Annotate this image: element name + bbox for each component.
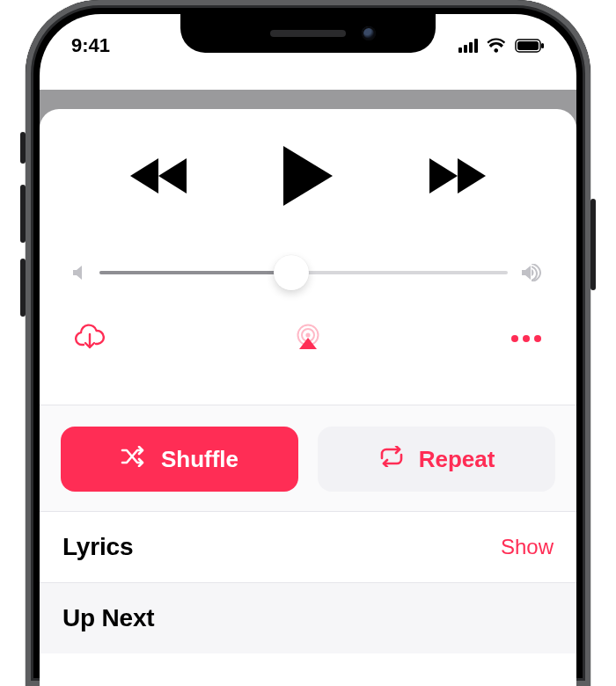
volume-low-icon <box>73 265 85 281</box>
action-row <box>75 324 541 354</box>
repeat-label: Repeat <box>419 446 495 473</box>
fast-forward-button[interactable] <box>428 157 486 195</box>
volume-track[interactable] <box>99 271 508 274</box>
stage: 9:41 <box>0 0 616 686</box>
now-playing-sheet: Shuffle Repeat Lyrics Show U <box>40 109 576 686</box>
lyrics-heading: Lyrics <box>62 533 133 561</box>
svg-rect-2 <box>469 42 473 53</box>
shuffle-icon <box>121 446 147 473</box>
speaker-grille <box>270 30 346 37</box>
lyrics-toggle[interactable]: Show <box>501 535 554 559</box>
more-icon[interactable] <box>511 335 541 342</box>
side-button <box>590 199 596 290</box>
volume-thumb[interactable] <box>274 255 309 290</box>
lyrics-row: Lyrics Show <box>40 511 576 582</box>
wifi-icon <box>487 38 508 54</box>
svg-rect-0 <box>458 47 462 53</box>
svg-rect-6 <box>541 43 544 48</box>
phone-body: 9:41 <box>26 0 590 686</box>
queue-controls: Shuffle Repeat <box>40 405 576 511</box>
battery-icon <box>515 39 545 53</box>
silent-switch <box>20 132 26 164</box>
repeat-button[interactable]: Repeat <box>318 427 555 492</box>
airplay-icon[interactable] <box>294 324 322 354</box>
up-next-heading: Up Next <box>62 604 154 632</box>
repeat-icon <box>378 446 405 473</box>
up-next-row: Up Next <box>40 582 576 653</box>
play-button[interactable] <box>283 146 333 206</box>
svg-rect-5 <box>517 41 539 50</box>
status-indicators <box>458 38 545 54</box>
svg-rect-3 <box>474 39 478 53</box>
status-time: 9:41 <box>71 34 110 57</box>
svg-point-9 <box>305 332 310 337</box>
shuffle-button[interactable]: Shuffle <box>61 427 298 492</box>
volume-up-button <box>20 185 26 243</box>
download-icon[interactable] <box>75 324 105 354</box>
transport-controls <box>40 146 576 206</box>
front-camera <box>362 26 376 40</box>
volume-slider[interactable] <box>73 264 543 281</box>
notch <box>180 14 436 53</box>
volume-high-icon <box>522 264 543 281</box>
shuffle-label: Shuffle <box>161 446 238 473</box>
screen: 9:41 <box>40 14 576 686</box>
rewind-button[interactable] <box>130 157 188 195</box>
cellular-icon <box>458 39 480 53</box>
svg-rect-1 <box>464 45 467 53</box>
volume-down-button <box>20 259 26 317</box>
